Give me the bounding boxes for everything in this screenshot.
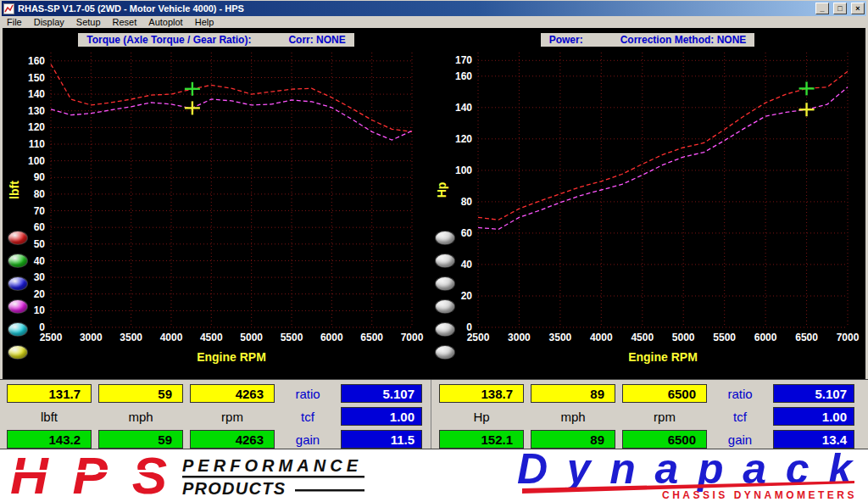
svg-text:110: 110 [29,138,46,150]
power-readout-group: 138.7 89 6500 ratio 5.107 Hp mph rpm tcf… [439,384,854,449]
right-channel-button-6[interactable] [435,345,455,360]
reference-run-power [478,87,848,230]
svg-text:160: 160 [28,55,45,67]
svg-text:40: 40 [461,259,473,271]
menu-display[interactable]: Display [29,17,70,27]
svg-text:60: 60 [34,221,46,233]
svg-text:4500: 4500 [200,332,223,343]
left-channel-button-5[interactable] [8,322,28,337]
hps-logo-stripe [8,470,171,472]
svg-text:100: 100 [28,155,45,167]
right-channel-button-2[interactable] [435,254,455,268]
right-channel-button-1[interactable] [435,231,455,245]
svg-text:10: 10 [34,304,46,316]
right-channel-button-3[interactable] [435,276,455,291]
menu-help[interactable]: Help [190,17,220,27]
svg-text:5500: 5500 [281,332,303,343]
power-speed-cursor-readout: 89 [531,384,615,403]
torque-tcf-label: tcf [281,407,334,426]
svg-text:50: 50 [34,238,46,250]
power-rpm-run-readout: 6500 [622,430,707,449]
x-axis-title: Engine RPM [197,350,266,364]
torque-tcf-value: 1.00 [341,407,422,426]
svg-text:70: 70 [34,205,46,217]
menubar: File Display Setup Reset Autoplot Help [2,16,866,28]
power-chart[interactable]: 2500300035004000450050005500600065007000… [432,31,863,376]
torque-readout-group: 131.7 59 4263 ratio 5.107 lbft mph rpm t… [7,384,422,449]
menu-file[interactable]: File [2,17,27,27]
current-run-power [478,71,848,220]
power-channel-buttons [435,231,455,360]
svg-text:2500: 2500 [40,332,63,343]
left-channel-button-2[interactable] [8,254,28,268]
svg-text:4000: 4000 [160,332,183,343]
svg-text:6500: 6500 [360,332,383,343]
torque-chart-header: Torque (Axle Torque / Gear Ratio): Corr:… [5,31,427,47]
svg-text:2500: 2500 [467,332,490,343]
svg-text:20: 20 [34,288,46,300]
dynapack-logo: Dynapack CHASSIS DYNAMOMETERS [515,451,863,500]
menu-reset[interactable]: Reset [108,17,142,27]
power-speed-run-readout: 89 [531,430,615,449]
current-run-torque [51,64,412,132]
svg-text:3000: 3000 [80,332,103,343]
hps-divider-line [182,476,364,478]
torque-rpm-run-readout: 4263 [190,430,275,449]
power-gain-label: gain [714,430,766,449]
readout-band: 131.7 59 4263 ratio 5.107 lbft mph rpm t… [0,379,868,449]
power-correction-status: Correction Method: NONE [620,34,747,46]
power-chart-header: Power: Correction Method: NONE [432,31,863,47]
svg-text:120: 120 [28,121,45,133]
torque-chart-panel: 2500300035004000450050005500600065007000… [5,31,427,376]
torque-rpm-cursor-readout: 4263 [190,384,275,403]
power-ratio-value: 5.107 [773,384,854,403]
torque-channel-buttons [8,231,28,360]
svg-text:170: 170 [455,54,472,66]
left-channel-button-3[interactable] [8,276,28,291]
right-channel-button-5[interactable] [435,322,455,337]
svg-text:40: 40 [34,255,46,267]
power-gain-value: 13.4 [773,430,854,449]
right-channel-button-4[interactable] [435,299,455,314]
svg-text:80: 80 [34,188,46,200]
hps-logo-text: HPS [10,450,167,501]
dynapack-subtitle: CHASSIS DYNAMOMETERS [662,489,857,500]
hps-divider-line-2 [295,489,364,492]
titlebar: RHAS-SP V1.7-05 (2WD - Motor Vehicle 400… [2,1,866,16]
svg-text:140: 140 [28,88,45,100]
y-axis-title: Hp [435,182,448,198]
x-axis-title: Engine RPM [628,350,698,364]
svg-text:100: 100 [455,165,472,176]
torque-ratio-value: 5.107 [341,384,422,403]
torque-cursor-readout: 131.7 [7,384,92,403]
svg-text:4500: 4500 [631,332,654,343]
power-rpm-cursor-readout: 6500 [622,384,707,403]
minimize-button[interactable]: _ [815,3,829,14]
left-channel-button-4[interactable] [8,299,28,314]
torque-unit-label: lbft [7,407,92,426]
menu-setup[interactable]: Setup [71,17,106,27]
svg-text:5000: 5000 [672,332,695,343]
torque-speed-unit-label: mph [98,407,183,426]
power-tcf-label: tcf [714,407,766,426]
power-unit-label: Hp [439,407,524,426]
window-title: RHAS-SP V1.7-05 (2WD - Motor Vehicle 400… [18,3,811,14]
svg-text:3000: 3000 [508,332,531,343]
svg-text:5000: 5000 [240,332,263,343]
power-cursor-readout: 138.7 [439,384,524,403]
svg-text:0: 0 [39,321,45,333]
svg-text:4000: 4000 [590,332,613,343]
svg-text:0: 0 [466,321,472,333]
menu-autoplot[interactable]: Autoplot [143,17,187,27]
left-channel-button-6[interactable] [8,345,28,360]
svg-text:30: 30 [34,271,46,283]
left-channel-button-1[interactable] [8,231,28,245]
torque-chart[interactable]: 2500300035004000450050005500600065007000… [5,31,427,376]
svg-text:6500: 6500 [795,332,818,343]
close-button[interactable]: × [851,3,865,14]
maximize-button[interactable]: □ [833,3,847,14]
power-ratio-label: ratio [714,384,766,403]
svg-text:20: 20 [461,290,473,302]
svg-text:60: 60 [461,227,473,239]
hps-logo: HPS PERFORMANCE PRODUCTS [8,450,381,501]
